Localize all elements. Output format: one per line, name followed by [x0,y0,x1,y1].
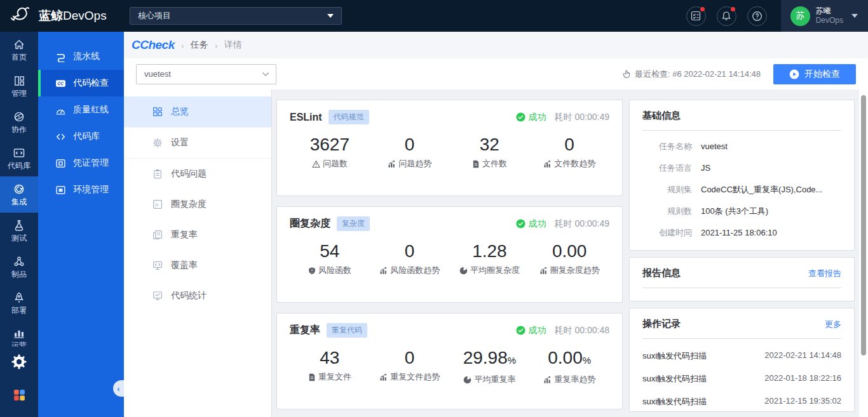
stat-dup-rate-trend[interactable]: 0.00% 重复率趋势 [529,348,609,385]
tab-code-stats[interactable]: 代码统计 [124,281,271,311]
card-status: 成功 耗时 00:00:49 [516,112,609,123]
home-icon [13,38,25,51]
subnav-item-codecheck[interactable]: CC 代码检查 [38,70,124,96]
card-title: 重复率 [290,324,320,337]
sidebar-item-integration[interactable]: 集成 [0,176,38,213]
stat-risk-trend[interactable]: 0 风险函数趋势 [370,241,450,276]
ccheck-logo[interactable]: CCheck [132,38,175,52]
info-column: 基础信息 任务名称 vuetest 任务语言 JS 规则集 CodeCC默认_重… [629,100,855,417]
breadcrumb-separator-icon: › [181,40,184,51]
stat-risk-functions[interactable]: 54 风险函数 [290,241,370,276]
card-status: 成功 耗时 00:00:49 [516,218,609,230]
environment-icon [55,185,66,195]
subnav-item-environment[interactable]: 环境管理 [38,176,124,203]
brand-text: 蓝鲸DevOps [39,8,107,24]
more-link[interactable]: 更多 [825,319,841,330]
shield-icon [308,267,316,275]
sidebar-item-manage[interactable]: 管理 [0,68,38,104]
view-report-link[interactable]: 查看报告 [808,268,841,279]
sidebar-item-home[interactable]: 首页 [0,32,38,68]
panel-title: 基础信息 [642,110,681,122]
divider [642,338,841,339]
sidebar-collapse-button[interactable]: ‹ [113,380,124,397]
toolbar-right: 最近检查: #6 2022-02-21 14:14:48 开始检查 [622,64,856,84]
sidebar-item-repo[interactable]: 代码库 [0,140,38,176]
project-select[interactable]: 核心项目 [130,7,342,25]
todo-icon[interactable] [686,6,706,26]
scrollbar-track[interactable] [859,89,868,417]
scrollbar-thumb[interactable] [861,95,866,355]
tab-coverage[interactable]: 覆盖率 [124,250,271,281]
subnav-item-pipeline[interactable]: 流水线 [38,43,124,70]
subnav-item-credential[interactable]: 凭证管理 [38,150,124,176]
artifact-icon [13,255,25,268]
user-org: DevOps [816,16,843,25]
divider [642,130,841,131]
manage-icon [13,75,25,87]
stat-file-trend[interactable]: 0 文件数趋势 [529,135,609,169]
stat-issue-trend[interactable]: 0 问题趋势 [370,135,450,169]
sidebar-footer [11,354,27,417]
svg-text:fx: fx [155,202,159,208]
fx-icon: fx [153,199,163,209]
success-check-icon [516,112,526,122]
stat-avg-ccn[interactable]: 1.28 平均圈复杂度 [450,241,530,276]
success-check-icon [516,219,526,228]
breadcrumb-item-tasks[interactable]: 任务 [191,39,208,51]
divider [642,288,841,288]
sidebar-item-artifact[interactable]: 制品 [0,249,38,285]
start-check-button[interactable]: 开始检查 [773,64,856,84]
stat-ccn-trend[interactable]: 0.00 圈复杂度趋势 [529,241,609,276]
topbar-icon-group [686,6,767,26]
user-menu[interactable]: 苏 苏曦 DevOps [781,0,868,32]
project-select-value: 核心项目 [138,10,171,22]
topbar: 蓝鲸DevOps 核心项目 [0,0,868,32]
subnav-item-quality-gate[interactable]: 质量红线 [38,96,124,123]
notification-dot [700,7,705,11]
tab-settings[interactable]: 设置 [124,128,271,158]
stat-issues[interactable]: 3627 问题数 [290,135,370,169]
file-icon [472,160,480,168]
duplicate-icon [153,230,163,240]
deploy-icon [13,291,25,304]
stat-dup-file-trend[interactable]: 0 重复文件趋势 [370,348,450,385]
issues-icon [153,169,163,179]
history-row: suxi触发代码扫描 2021-12-15 19:35:02 [642,396,841,407]
chevron-left-icon: ‹ [117,384,119,394]
help-icon[interactable] [747,6,767,26]
tab-code-issues[interactable]: 代码问题 [124,159,271,189]
trigger-hand-icon [622,69,631,79]
gear-icon[interactable] [11,354,27,369]
history-row: suxi触发代码扫描 2022-01-18 18:22:16 [642,373,841,385]
info-row: 创建时间 2021-11-25 18:06:10 [642,227,841,239]
apps-icon[interactable] [13,388,26,402]
tool-card-eslint: ESLint 代码规范 成功 耗时 00:00:49 3627 [276,100,623,196]
stat-dup-files[interactable]: 43 重复文件 [290,348,370,385]
panel-title: 操作记录 [642,318,681,330]
tool-card-dupc: 重复率 重复代码 成功 耗时 00:00:48 43 [276,313,623,409]
card-tag: 复杂度 [337,216,370,231]
stat-avg-dup-rate[interactable]: 29.98% 平均重复率 [450,348,530,385]
card-tag: 重复代码 [327,323,367,338]
warning-icon [312,160,320,168]
stat-files[interactable]: 32 文件数 [450,135,530,169]
tool-card-ccn: 圈复杂度 复杂度 成功 耗时 00:00:49 54 [276,206,623,303]
quality-gate-icon [55,105,66,116]
last-check-label: 最近检查: #6 2022-02-21 14:14:48 [635,69,761,80]
sidebar-item-collaboration[interactable]: 协作 [0,104,38,140]
card-tag: 代码规范 [329,110,369,124]
tab-complexity[interactable]: fx 圈复杂度 [124,189,271,220]
blueking-logo[interactable]: 蓝鲸DevOps [0,6,130,26]
tab-duplication[interactable]: 重复率 [124,220,271,250]
pie-icon [463,376,471,384]
avatar: 苏 [790,6,810,26]
info-row: 规则集 CodeCC默认_重复率(JS),Code... [642,184,841,195]
breadcrumb-separator-icon: › [215,40,218,51]
tab-overview[interactable]: 总览 [124,96,271,127]
sidebar-item-deploy[interactable]: 部署 [0,285,38,321]
sidebar-item-test[interactable]: 测试 [0,213,38,249]
subnav-item-code-repo[interactable]: 代码库 [38,123,124,150]
task-select[interactable]: vuetest [136,64,276,84]
bell-icon[interactable] [717,6,736,26]
sidebar-item-metrics[interactable]: 运营 [0,321,38,350]
